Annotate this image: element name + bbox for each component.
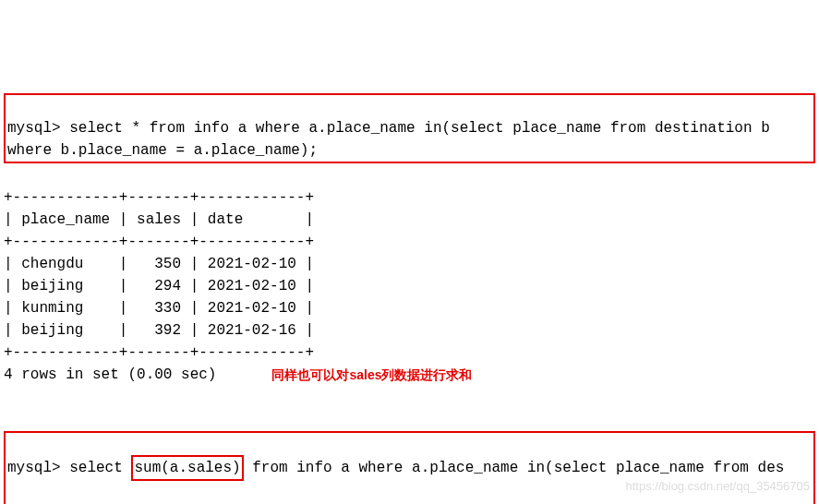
table1-border-bot: +------------+-------+------------+ bbox=[4, 344, 314, 361]
table1-row: | beijing | 392 | 2021-02-16 | bbox=[4, 322, 314, 339]
table1-header: | place_name | sales | date | bbox=[4, 211, 314, 228]
table1-row: | chengdu | 350 | 2021-02-10 | bbox=[4, 256, 314, 272]
table1-row: | beijing | 294 | 2021-02-10 | bbox=[4, 278, 314, 294]
blank-line bbox=[4, 411, 13, 427]
prompt-query1: mysql> select * from info a where a.plac… bbox=[7, 120, 770, 137]
table1-row: | kunming | 330 | 2021-02-10 | bbox=[4, 300, 314, 317]
table1-summary: 4 rows in set (0.00 sec) bbox=[4, 364, 216, 386]
annotation-text: 同样也可以对sales列数据进行求和 bbox=[271, 366, 472, 385]
sum-highlight-box: sum(a.sales) bbox=[131, 455, 243, 481]
query1-line2: where b.place_name = a.place_name); bbox=[7, 142, 318, 159]
query1-box: mysql> select * from info a where a.plac… bbox=[4, 93, 815, 163]
watermark-text: https://blog.csdn.net/qq_35456705 bbox=[626, 477, 811, 496]
table1-border-top: +------------+-------+------------+ bbox=[4, 189, 314, 206]
table1-border-mid: +------------+-------+------------+ bbox=[4, 234, 314, 250]
